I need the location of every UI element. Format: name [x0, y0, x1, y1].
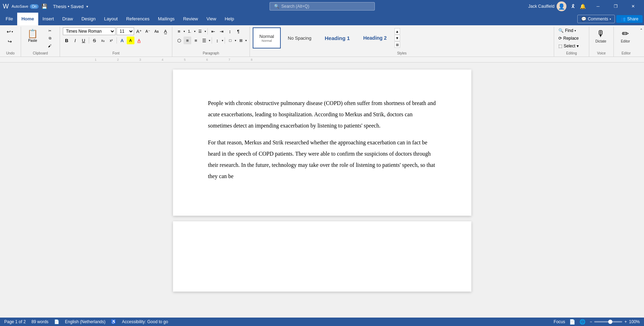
minimize-button[interactable]: ─ [590, 0, 606, 13]
style-heading2[interactable]: Heading 2 [357, 27, 393, 48]
zoom-in-button[interactable]: + [624, 319, 627, 324]
style-normal[interactable]: Normal Normal [253, 27, 281, 48]
decrease-indent-button[interactable]: ⇤ [209, 27, 217, 35]
change-case-button[interactable]: Aa [153, 27, 160, 35]
redo-button[interactable]: ↪ [3, 37, 17, 46]
print-layout-icon[interactable]: 📄 [569, 319, 575, 325]
align-center-button[interactable]: ≡ [184, 37, 191, 44]
paragraph-2[interactable]: For that reason, Merkus and Strik resear… [208, 137, 436, 182]
autosave-label: AutoSave [12, 4, 28, 8]
styles-expand-button[interactable]: ⊞ [394, 41, 400, 48]
styles-scroll-down[interactable]: ▼ [394, 35, 400, 41]
linespacing-dropdown[interactable]: ▾ [222, 39, 223, 42]
doc-title: Thesis • Saved [53, 4, 84, 9]
line-spacing-button[interactable]: ↕ [213, 37, 221, 44]
bold-button[interactable]: B [63, 37, 71, 44]
title-dropdown-icon[interactable]: ▾ [86, 5, 88, 8]
ribbon-icon[interactable]: 🎗 [571, 4, 576, 9]
clear-format-button[interactable]: A̲ [161, 27, 169, 35]
copy-button[interactable]: ⧉ [43, 35, 57, 42]
zoom-slider[interactable] [594, 321, 622, 322]
menu-home[interactable]: Home [17, 13, 38, 25]
grow-font-button[interactable]: A⁺ [135, 27, 143, 35]
menu-mailings[interactable]: Mailings [154, 13, 179, 25]
shading-button[interactable]: □ [226, 37, 234, 44]
multilevel-dropdown[interactable]: ▾ [205, 30, 206, 33]
increase-indent-button[interactable]: ⇥ [218, 27, 225, 35]
select-button[interactable]: ⬚ Select ▾ [557, 43, 580, 49]
style-no-spacing[interactable]: No Spacing [281, 27, 318, 48]
find-button[interactable]: 🔍 Find ▾ [557, 27, 577, 34]
superscript-button[interactable]: x² [107, 37, 115, 44]
text-effects-button[interactable]: A [118, 37, 126, 44]
menu-help[interactable]: Help [220, 13, 238, 25]
multilevel-button[interactable]: ☰ [196, 27, 204, 35]
dictate-button[interactable]: 🎙 Dictate [592, 27, 610, 45]
menu-references[interactable]: References [122, 13, 153, 25]
paragraph-1[interactable]: People with chronic obstructive pulmonar… [208, 98, 436, 131]
menu-review[interactable]: Review [179, 13, 203, 25]
subscript-button[interactable]: x₂ [99, 37, 107, 44]
justify-dropdown[interactable]: ▾ [209, 39, 210, 42]
style-heading1[interactable]: Heading 1 [318, 27, 356, 48]
paragraph-group-label: Paragraph [175, 51, 247, 57]
share-button[interactable]: 👥 Share [616, 15, 643, 23]
comments-button[interactable]: 💬 Comments ▾ [577, 15, 615, 23]
pilcrow-button[interactable]: ¶ [234, 27, 242, 35]
search-input[interactable] [281, 4, 370, 9]
focus-button[interactable]: Focus [554, 319, 565, 324]
font-size-select[interactable]: 11 [117, 27, 134, 35]
font-color-button[interactable]: A [135, 37, 143, 44]
menu-layout[interactable]: Layout [100, 13, 122, 25]
styles-scroll-up[interactable]: ▲ [394, 28, 400, 34]
align-left-button[interactable]: ⬡ [175, 37, 183, 44]
restore-button[interactable]: ❐ [608, 0, 624, 13]
sort-button[interactable]: ↕ [226, 27, 234, 35]
menu-insert[interactable]: Insert [38, 13, 58, 25]
replace-button[interactable]: ⟳ Replace [557, 35, 580, 41]
cut-button[interactable]: ✂ [43, 27, 57, 34]
paste-button[interactable]: 📋 Paste [24, 27, 41, 44]
bullets-dropdown[interactable]: ▾ [184, 30, 185, 33]
numbering-button[interactable]: 1. [186, 27, 193, 35]
zoom-out-button[interactable]: − [590, 319, 592, 324]
format-painter-button[interactable]: 🖌 [43, 43, 57, 49]
menu-right: 💬 Comments ▾ 👥 Share [577, 13, 643, 25]
strikethrough-button[interactable]: S [91, 37, 98, 44]
numbering-dropdown[interactable]: ▾ [194, 30, 195, 33]
save-icon[interactable]: 💾 [41, 4, 47, 9]
borders-button[interactable]: ⊞ [237, 37, 245, 44]
align-right-button[interactable]: ≡ [192, 37, 200, 44]
page-1-content[interactable]: People with chronic obstructive pulmonar… [208, 98, 436, 182]
bullets-button[interactable]: ≡ [175, 27, 183, 35]
menu-design[interactable]: Design [77, 13, 100, 25]
find-dropdown[interactable]: ▾ [575, 29, 576, 32]
underline-button[interactable]: U [80, 37, 87, 44]
undo-button[interactable]: ↩ ▾ [3, 27, 17, 36]
font-name-select[interactable]: Times New Roman [63, 27, 115, 35]
notifications-icon[interactable]: 🔔 [580, 4, 586, 9]
close-button[interactable]: ✕ [625, 0, 641, 13]
editor-button[interactable]: ✏ Editor [617, 27, 634, 45]
status-bar: Page 1 of 2 89 words 📄 English (Netherla… [0, 318, 644, 326]
autosave-toggle[interactable]: On [30, 4, 39, 9]
shading-dropdown[interactable]: ▾ [235, 39, 236, 42]
menu-view[interactable]: View [202, 13, 220, 25]
borders-dropdown[interactable]: ▾ [245, 39, 247, 42]
search-box[interactable]: 🔍 [270, 2, 375, 11]
justify-button[interactable]: ☰ [200, 37, 208, 44]
replace-icon: ⟳ [558, 36, 562, 41]
menu-draw[interactable]: Draw [58, 13, 77, 25]
ribbon: ↩ ▾ ↪ Undo 📋 Paste ✂ [0, 25, 644, 57]
doc-area[interactable]: People with chronic obstructive pulmonar… [0, 63, 644, 318]
highlight-button[interactable]: A [127, 37, 134, 44]
editing-group-label: Editing [557, 51, 586, 57]
dictate-label: Dictate [595, 39, 606, 43]
ribbon-collapse-button[interactable]: ⌃ [638, 27, 644, 57]
italic-button[interactable]: I [71, 37, 79, 44]
web-layout-icon[interactable]: 🌐 [579, 319, 585, 325]
shrink-font-button[interactable]: A⁻ [144, 27, 152, 35]
menu-file[interactable]: File [1, 13, 17, 25]
format-painter-icon: 🖌 [48, 44, 52, 48]
page-1: People with chronic obstructive pulmonar… [173, 70, 471, 216]
